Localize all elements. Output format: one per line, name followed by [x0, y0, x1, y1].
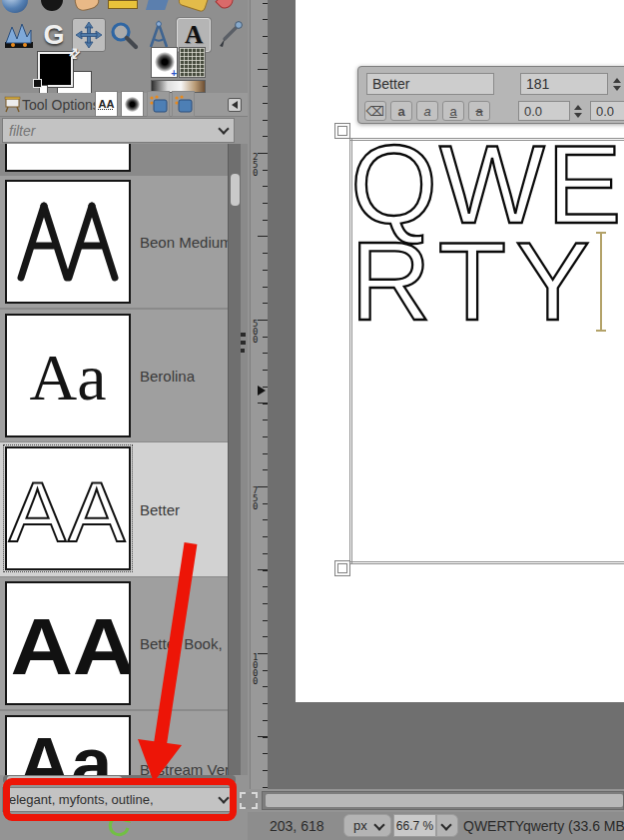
vertical-ruler: 250 500 750 1000: [250, 0, 268, 789]
svg-text:AA: AA: [9, 463, 128, 559]
tab-gradients[interactable]: [172, 91, 195, 117]
spin-up-icon[interactable]: [574, 105, 582, 110]
ruler-label: 500: [253, 320, 261, 344]
pencil-tool-icon[interactable]: [41, 0, 63, 11]
default-colors-icon[interactable]: [33, 79, 42, 88]
cursor-bar: [600, 232, 602, 332]
compass-icon: [144, 20, 174, 50]
cursor-position: 203, 618: [270, 818, 324, 834]
clear-style-button[interactable]: ⌫: [364, 101, 386, 121]
foreground-color-swatch[interactable]: [38, 52, 73, 87]
color-picker-tool-button[interactable]: [212, 18, 246, 52]
size-spinner[interactable]: [610, 73, 623, 95]
font-preview: Aa: [5, 314, 131, 437]
text-box-left-edge[interactable]: [349, 139, 352, 564]
font-preview: AA: [5, 581, 131, 705]
gimp-window: G A: [0, 0, 624, 840]
zoom-tool-button[interactable]: [107, 18, 141, 52]
spin-down-icon[interactable]: [574, 113, 582, 118]
font-row-bitstream-vera[interactable]: Aa Bitstream Vera: [0, 711, 228, 775]
tab-brushes[interactable]: [121, 91, 144, 117]
cursor-cap-bottom: [596, 330, 606, 332]
svg-text:Aa: Aa: [18, 722, 113, 775]
scrollbar-thumb[interactable]: [266, 794, 623, 807]
font-preview: AA: [5, 446, 131, 570]
canvas-hscrollbar[interactable]: [262, 791, 624, 810]
status-bar: 203, 618 px 66.7 % QWERTYqwerty (33.6 MB…: [248, 812, 624, 840]
spin-up-icon[interactable]: [613, 78, 621, 83]
font-name-field[interactable]: [366, 73, 494, 95]
gegl-tool-button[interactable]: G: [37, 18, 71, 52]
font-size-field[interactable]: [520, 73, 608, 95]
ruler-label: 750: [253, 486, 261, 510]
tab-patterns[interactable]: [147, 91, 170, 117]
text-box-bottom-edge[interactable]: [349, 561, 624, 564]
font-name: Better Book,: [140, 635, 223, 652]
brush-plus-icon: +: [171, 68, 177, 79]
font-row-better-book[interactable]: AA Better Book,: [0, 577, 228, 709]
font-name: Better: [140, 501, 180, 518]
gegl-icon: G: [43, 20, 64, 51]
sample-point-mark: [241, 341, 246, 345]
text-box-top-edge[interactable]: [349, 138, 624, 141]
tool-options-bar: Tool Options AA: [0, 93, 248, 117]
annotation-highlight-rect: [3, 778, 237, 821]
ruler-pointer-marker: [258, 386, 266, 396]
eyedropper-icon: [214, 20, 244, 50]
quick-mask-toggle[interactable]: [240, 792, 258, 809]
tab-fonts[interactable]: AA: [95, 91, 118, 117]
handle-inner: [337, 563, 347, 573]
toolbox-row-clipped: [0, 0, 248, 15]
font-name: Bitstream Vera: [140, 761, 238, 775]
kerning-field[interactable]: [590, 101, 624, 121]
baseline-spinner[interactable]: [571, 101, 584, 121]
zoom-level-field[interactable]: 66.7 %: [393, 814, 436, 837]
pattern-preview[interactable]: [179, 47, 206, 78]
font-preview-partial[interactable]: [5, 144, 131, 172]
font-list: Beon Medium Aa Berolina AA Better AA: [0, 144, 248, 775]
font-name: Beon Medium: [140, 234, 233, 251]
easel-icon: [4, 96, 21, 113]
font-row-berolina[interactable]: Aa Berolina: [0, 310, 228, 441]
font-name: Berolina: [140, 368, 195, 385]
text-tool-icon: A: [185, 21, 203, 49]
text-cursor: [595, 232, 607, 332]
handle-inner: [337, 126, 347, 136]
font-row-better[interactable]: AA Better: [0, 442, 228, 576]
move-icon: [75, 21, 103, 49]
svg-text:Aa: Aa: [30, 341, 107, 414]
sphere-tool-icon[interactable]: [2, 0, 28, 13]
ink-tool-icon[interactable]: [178, 0, 211, 13]
vera-preview-icon: Aa: [7, 717, 129, 775]
text-style-editor: ⌫ a a a a: [357, 66, 624, 124]
heal-tool-icon[interactable]: [215, 0, 236, 12]
tool-options-title: Tool Options: [22, 97, 100, 113]
toolbox: G A: [0, 0, 248, 93]
bold-button[interactable]: a: [390, 101, 412, 121]
gradients-tab-icon: [174, 95, 193, 114]
panel-collapse-button[interactable]: [228, 98, 242, 112]
beon-preview-icon: [7, 182, 129, 302]
image-title: QWERTYqwerty (33.6 MB): [463, 818, 624, 834]
strikethrough-button[interactable]: a: [468, 101, 490, 121]
font-row-beon-medium[interactable]: Beon Medium: [0, 176, 228, 308]
histogram-tool-button[interactable]: [2, 18, 36, 52]
move-tool-button[interactable]: [72, 18, 106, 52]
patterns-tab-icon: [149, 95, 168, 114]
underline-button[interactable]: a: [442, 101, 464, 121]
spin-down-icon[interactable]: [613, 86, 621, 91]
text-line-2: RTY: [350, 219, 599, 344]
scrollbar-thumb[interactable]: [231, 174, 240, 206]
smudge-tool-icon[interactable]: [73, 0, 101, 13]
text-box-handle-bottomleft[interactable]: [334, 560, 350, 576]
histogram-icon: [4, 20, 34, 50]
font-list-scrollbar[interactable]: [228, 144, 241, 775]
brush-preview[interactable]: +: [151, 47, 178, 78]
italic-button[interactable]: a: [416, 101, 438, 121]
left-triangle-icon: [232, 101, 238, 109]
text-box-handle-topleft[interactable]: [334, 123, 350, 139]
font-filter-input[interactable]: [2, 118, 235, 143]
baseline-field[interactable]: [518, 101, 570, 121]
perspective-tool-icon[interactable]: [146, 0, 170, 10]
ruler-label: 250: [253, 153, 261, 177]
